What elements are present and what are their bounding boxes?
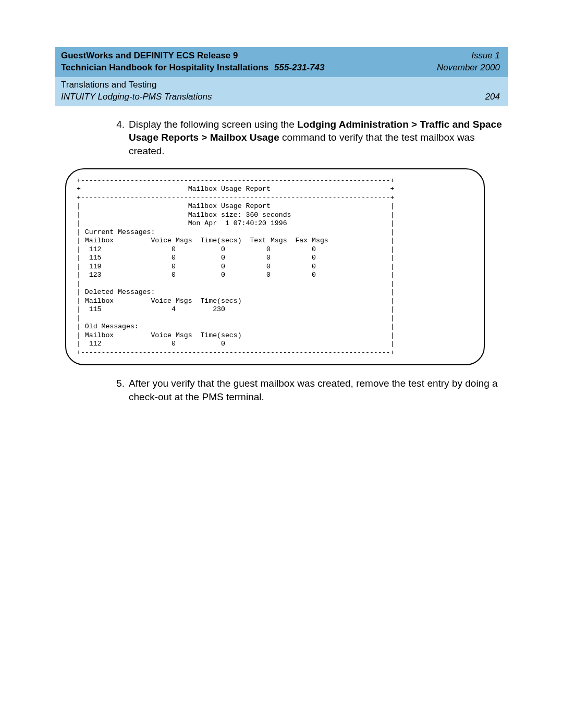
- subheader-left: Translations and Testing INTUITY Lodging…: [61, 79, 475, 103]
- terminal-screenshot-container: +---------------------------------------…: [55, 168, 508, 366]
- step-4-body: Display the following screen using the L…: [129, 118, 503, 158]
- document-page: GuestWorks and DEFINITY ECS Release 9 Te…: [0, 0, 563, 728]
- step-4-pre: Display the following screen using the: [129, 119, 297, 130]
- subheader-line1: Translations and Testing: [61, 79, 475, 91]
- mailbox-usage-report-terminal: +---------------------------------------…: [65, 168, 485, 366]
- header-title-line1: GuestWorks and DEFINITY ECS Release 9: [61, 51, 238, 60]
- header-left: GuestWorks and DEFINITY ECS Release 9 Te…: [61, 50, 426, 74]
- page-subheader-bar: Translations and Testing INTUITY Lodging…: [55, 77, 508, 106]
- step-5: 5. After you verify that the guest mailb…: [55, 377, 508, 403]
- step-5-body: After you verify that the guest mailbox …: [129, 377, 503, 403]
- step-5-number: 5.: [107, 377, 129, 390]
- header-docnum: 555-231-743: [274, 63, 324, 72]
- page-header-bar: GuestWorks and DEFINITY ECS Release 9 Te…: [55, 47, 508, 77]
- step-4: 4. Display the following screen using th…: [55, 118, 508, 158]
- step-4-number: 4.: [107, 118, 129, 131]
- header-issue: Issue 1: [437, 50, 500, 62]
- subheader-line2: INTUITY Lodging-to-PMS Translations: [61, 91, 475, 103]
- header-date: November 2000: [437, 62, 500, 74]
- header-title-line2: Technician Handbook for Hospitality Inst…: [61, 63, 268, 72]
- header-right: Issue 1 November 2000: [426, 50, 500, 74]
- subheader-right: 204: [475, 79, 500, 103]
- page-number: 204: [485, 91, 500, 103]
